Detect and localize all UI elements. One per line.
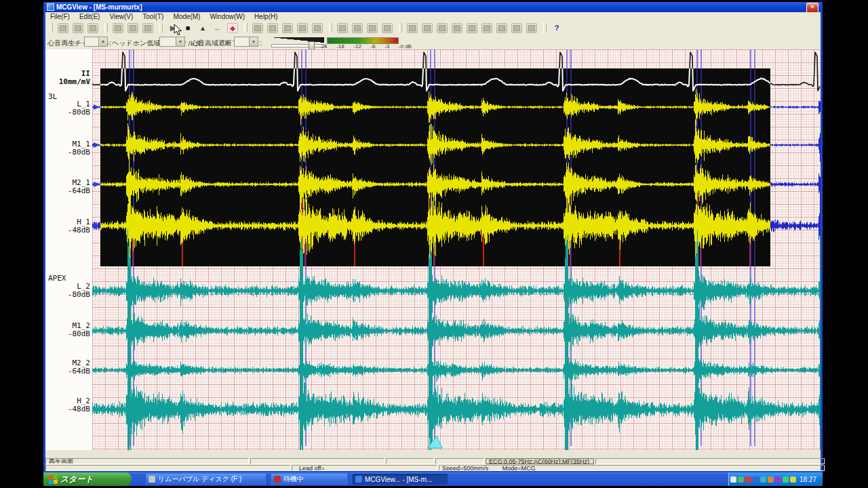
tray-icon[interactable] <box>790 476 796 483</box>
app-window: MCGView - [MS-murmurtx] × File(F)Edit(E)… <box>43 2 823 472</box>
expand-h-icon[interactable] <box>337 23 348 33</box>
status-panel <box>386 458 434 464</box>
fit-width-icon[interactable] <box>282 23 293 33</box>
tray-icon[interactable] <box>730 476 736 483</box>
tray-icon[interactable] <box>783 476 789 483</box>
caliper-icon[interactable] <box>422 23 433 33</box>
toolbar-separator <box>159 23 163 33</box>
speed-value: Speed=500mm/s <box>442 465 488 471</box>
menu-item-edit[interactable]: Edit(E) <box>75 13 105 20</box>
status-panel <box>250 458 384 464</box>
playback-channel-select[interactable]: ▼ <box>84 37 108 47</box>
channel-label: APEX <box>48 274 89 282</box>
menu-item-help[interactable]: Help(H) <box>250 13 282 20</box>
marker-icon[interactable]: ◆ <box>227 23 238 33</box>
db-tick-label: -24 <box>319 43 328 49</box>
page-next-icon[interactable] <box>312 23 323 33</box>
channel-label: -80dB <box>45 108 90 116</box>
tray-icon[interactable] <box>775 476 781 483</box>
tray-icon[interactable] <box>738 476 744 483</box>
annotate-icon[interactable] <box>437 23 448 33</box>
status-bar-row2: Lead off= Speed=500mm/s Mode=MCG <box>45 465 821 472</box>
channel-label: -80dB <box>45 330 90 338</box>
channel-label: H_1 <box>45 218 90 226</box>
status-panel <box>435 458 484 464</box>
help-icon[interactable]: ? <box>551 23 562 33</box>
task-label: リムーバブル ディスク (F:) <box>158 474 241 484</box>
ecg-filter-info: ECG:0.05-75Hz;AC(60Hz);MF(35Hz) <box>486 458 594 464</box>
undo-arrow-icon[interactable]: ← <box>212 23 223 33</box>
tray-icon[interactable] <box>760 476 766 483</box>
tray-icon[interactable] <box>745 476 751 483</box>
mouse-cursor-icon <box>174 24 184 37</box>
menu-item-file[interactable]: File(F) <box>45 13 75 20</box>
channel-label: L_1 <box>45 100 90 108</box>
windows-logo-icon <box>49 474 58 484</box>
db-tick-label: -3 <box>384 43 389 49</box>
task-icon <box>355 476 362 483</box>
channel-label: M1_2 <box>45 322 90 329</box>
status-playback-panel: 再生画面 <box>45 458 249 464</box>
settings-icon[interactable] <box>526 23 537 33</box>
menu-item-view[interactable]: View(V) <box>104 13 138 20</box>
cut-icon[interactable] <box>113 23 123 33</box>
zoom-out-icon[interactable] <box>267 23 278 33</box>
compress-v-icon[interactable] <box>382 23 393 33</box>
lowcut-filter-label: ヘッドホン低域遮断フィルタ: <box>112 39 203 48</box>
channel-down-icon[interactable] <box>481 23 492 33</box>
lowcut-filter-select[interactable]: ▼ <box>159 37 185 47</box>
toolbar: ▶■▲←◆? <box>45 21 821 35</box>
save-icon[interactable] <box>73 23 83 33</box>
taskbar-task-1[interactable]: 待機中 <box>271 474 347 485</box>
system-tray: 18:27 <box>728 472 823 486</box>
menu-item-tool[interactable]: Tool(T) <box>138 13 168 20</box>
title-bar[interactable]: MCGView - [MS-murmurtx] × <box>45 2 821 12</box>
page-prev-icon[interactable] <box>297 23 308 33</box>
highcut-filter-select[interactable]: ▼ <box>234 37 258 47</box>
lead-off-indicator: Lead off= <box>292 465 437 471</box>
toolbar-separator <box>543 23 547 33</box>
snapshot-icon[interactable] <box>496 23 507 33</box>
app-icon <box>47 3 54 11</box>
start-label: スタート <box>60 474 94 485</box>
close-button[interactable]: × <box>806 3 818 13</box>
menu-item-window[interactable]: Window(W) <box>205 13 250 20</box>
status-panel <box>595 458 825 464</box>
menu-item-mode[interactable]: Mode(M) <box>168 13 205 20</box>
waveform-canvas[interactable] <box>92 49 821 450</box>
channel-label: 10mm/mV <box>45 78 90 85</box>
compress-h-icon[interactable] <box>352 23 363 33</box>
toolbar-separator <box>399 23 402 33</box>
copy-icon[interactable] <box>127 23 138 33</box>
tray-icon[interactable] <box>768 476 774 483</box>
channel-up-icon[interactable] <box>467 23 477 33</box>
volume-slider[interactable] <box>271 44 326 47</box>
filter-icon[interactable] <box>452 23 462 33</box>
pointer-icon[interactable]: ▲ <box>197 23 208 33</box>
channel-label: II <box>45 70 90 77</box>
db-tick-label: -18 <box>336 43 344 49</box>
tray-icon[interactable] <box>753 476 759 483</box>
toolbar-separator <box>244 23 248 33</box>
paste-icon[interactable] <box>142 23 153 33</box>
chevron-down-icon: ▼ <box>176 37 184 46</box>
open-icon[interactable] <box>58 23 68 33</box>
toolbar-separator <box>104 23 108 33</box>
start-button[interactable]: スタート <box>43 472 132 486</box>
db-scale: -24-18-12-6-3-0 dB <box>319 43 412 49</box>
task-icon <box>149 476 155 483</box>
taskbar-task-2[interactable]: MCGView... - [MS-m... <box>353 474 448 485</box>
channel-label: -80dB <box>45 148 90 156</box>
report-icon[interactable] <box>511 23 522 33</box>
chart-bottom-strip <box>45 450 821 458</box>
tray-clock: 18:27 <box>800 476 816 483</box>
print-icon[interactable] <box>87 23 98 33</box>
grid-icon[interactable] <box>407 23 418 33</box>
volume-wedge-icon <box>271 37 324 43</box>
db-tick-label: -6 <box>370 43 375 49</box>
task-icon <box>274 476 281 483</box>
expand-v-icon[interactable] <box>367 23 378 33</box>
zoom-in-icon[interactable] <box>252 23 263 33</box>
taskbar: スタート リムーバブル ディスク (F:)待機中MCGView... - [MS… <box>43 472 823 486</box>
taskbar-task-0[interactable]: リムーバブル ディスク (F:) <box>146 474 266 485</box>
